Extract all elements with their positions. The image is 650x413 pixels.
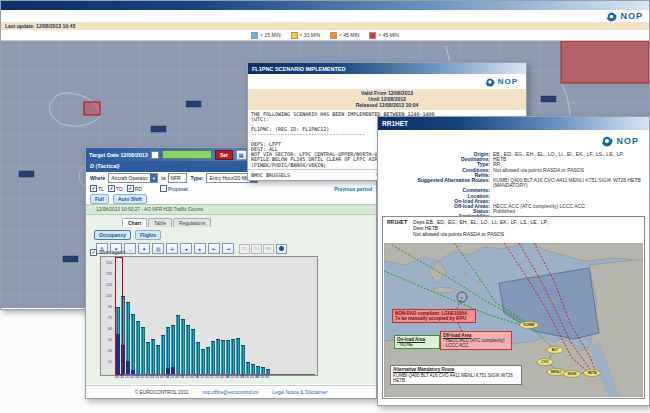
last-icon[interactable]: ⇥	[222, 243, 234, 254]
traffic-bar	[216, 339, 220, 374]
checkbox-icon[interactable]: ✓	[90, 185, 97, 192]
x-tick-label: 15	[180, 375, 184, 379]
buttons-row: Full Auto Shift	[86, 193, 376, 204]
legend-item: < 15 MIN	[251, 32, 280, 39]
x-tick-label: 11	[120, 375, 124, 379]
traffic-bar	[256, 366, 260, 374]
calendar-icon[interactable]	[151, 151, 159, 159]
traffic-bar	[211, 341, 215, 374]
nonrad-warning-box: NON-RAD compliant: LGHE1005A To be manua…	[392, 309, 476, 323]
footer-copyright: © EUROCONTROL 2011	[135, 390, 189, 395]
next-icon[interactable]: ▸	[194, 243, 206, 254]
traffic-bar	[226, 340, 230, 374]
show-legend-row: ✓ Show legend	[90, 249, 125, 256]
toggle-tl[interactable]: TL	[239, 244, 250, 254]
route-field-row: Suggested Alternative Routes:KUMBI Q400 …	[378, 178, 645, 188]
checkbox-icon[interactable]	[160, 185, 167, 192]
route-restriction-window: RR1HET NOP Origin:EB., ED., EG., EH., EL…	[377, 116, 650, 406]
x-tick-label: 40	[160, 375, 164, 379]
x-tick-label: 40	[205, 375, 209, 379]
footer-legal-link[interactable]: Legal Notice & Disclaimer	[272, 390, 327, 395]
y-tick-label: 45	[101, 338, 112, 342]
footer-email-link[interactable]: nop.office@eurocontrol.int	[202, 390, 258, 395]
checkbox-icon[interactable]: ✓	[127, 185, 134, 192]
toggle-to[interactable]: TO	[251, 244, 262, 254]
full-button[interactable]: Full	[90, 194, 109, 204]
show-legend-checkbox[interactable]: ✓	[90, 249, 97, 256]
route-box-id: RR1HET	[387, 219, 407, 237]
where-select[interactable]: Aircraft Operator ▼	[108, 173, 158, 183]
x-tick-label: 19	[240, 375, 244, 379]
y-tick-label: 15	[101, 360, 112, 364]
nonrad-line2: To be manually accepted by IFPU	[395, 316, 473, 321]
onload-item: - NONE	[397, 342, 437, 347]
filter-checkbox-tl[interactable]: ✓TL	[90, 185, 104, 192]
print-icon[interactable]: ▤	[236, 150, 247, 160]
y-tick-label: 120	[101, 283, 112, 287]
traffic-bar	[231, 339, 235, 374]
checkbox-label: TO	[116, 186, 123, 192]
pan-icon[interactable]: ✛	[166, 243, 178, 254]
traffic-bar	[241, 345, 245, 374]
route-map[interactable]: KUMBI BLT CVO MENLI SIGIK HETB NON-	[384, 243, 643, 397]
nop-logo: NOP	[601, 135, 639, 147]
x-tick-label: 40	[250, 375, 254, 379]
traffic-bar	[171, 325, 175, 374]
nop-logo-icon	[601, 135, 613, 147]
route-titlebar[interactable]: RR1HET	[378, 117, 649, 130]
set-button[interactable]: Set	[215, 150, 233, 160]
tab-table[interactable]: Table	[148, 218, 172, 227]
subtab-flights[interactable]: Flights	[135, 230, 161, 240]
mode-label: D (Tactical)	[90, 163, 119, 169]
screenshot-stage: NOP Last update: 12/08/2013 10:43 < 15 M…	[0, 0, 650, 413]
route-box-header: RR1HET Deps EB., ED., EG., EH., EL., LO.…	[383, 217, 644, 239]
target-date-input[interactable]	[162, 150, 212, 159]
scenario-validity-block: Valid From 12/08/2013 Until 12/08/2013 R…	[248, 89, 526, 110]
is-input[interactable]: NFR	[168, 173, 187, 183]
refresh-icon[interactable]	[276, 244, 287, 254]
traffic-bar-tl-segment	[171, 367, 175, 374]
checkbox-label: TL	[98, 186, 104, 192]
route-detail-box: RR1HET Deps EB., ED., EG., EH., EL., LO.…	[382, 216, 645, 399]
zoom-out-icon[interactable]: ✦	[138, 243, 150, 254]
y-tick-label: 60	[101, 327, 112, 331]
first-icon[interactable]: ⇤	[208, 243, 220, 254]
traffic-bar	[206, 347, 210, 374]
waypoint-label: HETB	[587, 371, 597, 375]
previous-period-link[interactable]: Previous period	[334, 186, 372, 192]
tabs-row: ChartTableRegulations	[86, 215, 376, 227]
map-window-titlebar[interactable]	[1, 1, 649, 10]
route-title: RR1HET	[382, 120, 408, 127]
traffic-bar	[176, 315, 180, 374]
tab-chart[interactable]: Chart	[122, 218, 147, 227]
traffic-bar	[131, 314, 135, 374]
route-field-value: Not allowed via points RASDA or PASOS	[493, 168, 584, 173]
x-tick-label: 40	[115, 375, 119, 379]
filter-checkbox-to[interactable]: ✓TO	[108, 185, 123, 192]
traffic-bar-chart[interactable]: 153045607590105120135150	[100, 256, 318, 376]
checkbox-icon[interactable]: ✓	[108, 185, 115, 192]
scenario-titlebar[interactable]: FL1PNC SCENARIO IMPLEMENTED	[248, 63, 526, 74]
nop-logo-text: NOP	[620, 11, 643, 21]
subtab-occupancy[interactable]: Occupancy	[94, 230, 131, 240]
chart-title-text: 12/08/2013 10:50:27 - AO NFR H20 Traffic…	[96, 207, 203, 212]
filter-checkbox-rd[interactable]: ✓RD	[127, 185, 142, 192]
delay-legend-bar: < 15 MIN< 30 MIN< 45 MIN> 45 MIN	[1, 30, 649, 41]
x-tick-label: 20	[185, 375, 189, 379]
toggle-rd[interactable]: RD	[263, 244, 274, 254]
tab-regulations[interactable]: Regulations	[173, 218, 211, 227]
x-tick-label: 20	[215, 375, 219, 379]
filter-checkbox-proposal[interactable]: Proposal	[160, 185, 188, 192]
legend-label: < 45 MIN	[339, 32, 359, 38]
fit-width-icon[interactable]: ⇔	[124, 243, 136, 254]
alternative-route-box: Alternative Mandatory Route KUMBI Q400 B…	[390, 365, 522, 385]
auto-shift-button[interactable]: Auto Shift	[113, 194, 147, 204]
x-tick-label: 40	[130, 375, 134, 379]
y-tick-label: 30	[101, 349, 112, 353]
chart-x-axis-labels: 4011204012204013204014204015204016204017…	[115, 375, 269, 379]
legend-item: > 45 MIN	[369, 32, 398, 39]
prev-icon[interactable]: ◂	[180, 243, 192, 254]
traffic-bar	[261, 367, 265, 374]
columns-icon[interactable]: ▥	[152, 243, 164, 254]
waypoint-label: SIGIK	[567, 372, 577, 376]
